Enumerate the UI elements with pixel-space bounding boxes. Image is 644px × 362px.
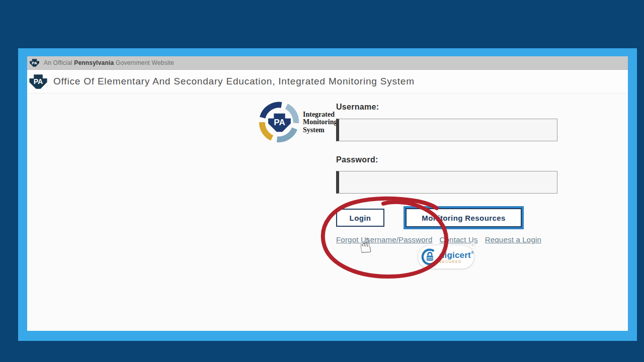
digicert-secured-text: SECURED (439, 260, 474, 263)
page-title: Office Of Elementary And Secondary Educa… (53, 76, 415, 87)
pa-keystone-logo: PA (29, 73, 47, 90)
digicert-secured-badge[interactable]: digicert® SECURED ® (418, 245, 474, 269)
request-a-login-link[interactable]: Request a Login (485, 235, 541, 244)
pa-keystone-center-icon: PA (268, 112, 291, 133)
ims-logo-text: Integrated Monitoring System (303, 111, 337, 133)
password-label: Password: (336, 155, 378, 164)
registered-mark-icon: ® (469, 242, 476, 249)
helper-links: Forgot Username/Password Contact Us Requ… (336, 235, 541, 244)
login-button[interactable]: Login (336, 209, 384, 227)
logo-line: Integrated (303, 111, 337, 118)
screen: PA An Official Pennsylvania Government W… (0, 0, 644, 362)
site-header: PA Office Of Elementary And Secondary Ed… (27, 70, 628, 94)
password-input[interactable] (336, 171, 557, 194)
keystone-label: PA (30, 58, 39, 67)
username-label: Username: (336, 103, 379, 112)
digicert-lock-icon (421, 247, 438, 266)
monitoring-resources-button[interactable]: Monitoring Resources (406, 208, 522, 227)
keystone-label: PA (268, 112, 291, 133)
pa-keystone-icon: PA (30, 58, 39, 67)
logo-line: Monitoring (303, 118, 337, 126)
ims-logo-ring-icon: PA (257, 100, 302, 145)
ims-logo: PA Integrated Monitoring System (257, 100, 337, 145)
forgot-username-password-link[interactable]: Forgot Username/Password (336, 235, 433, 244)
logo-line: System (303, 126, 337, 134)
official-site-text: An Official Pennsylvania Government Webs… (44, 59, 174, 66)
government-banner: PA An Official Pennsylvania Government W… (27, 56, 628, 70)
keystone-label: PA (29, 73, 47, 90)
digicert-brand: digicert® (439, 251, 474, 259)
login-page: PA An Official Pennsylvania Government W… (27, 56, 628, 331)
username-input[interactable] (336, 119, 557, 141)
